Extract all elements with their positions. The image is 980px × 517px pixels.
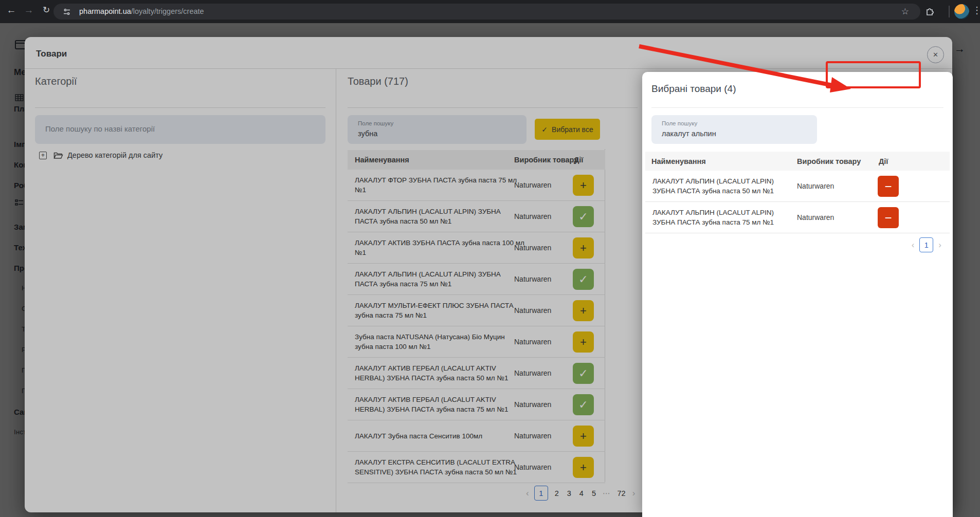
selected-table-header: Найменування Виробник товару Дії [645, 152, 950, 171]
highlight-annotation-box [826, 61, 921, 88]
table-row: ЛАКАЛУТ АЛЬПИН (LACALUT ALPIN) ЗУБНА ПАС… [645, 202, 950, 233]
selected-title: Вибрані товари (4) [651, 83, 736, 95]
selected-search-input[interactable]: Поле пошуку лакалут альпин [651, 115, 817, 144]
url-text: pharmapoint.ua/loyalty/triggers/create [79, 7, 204, 15]
back-icon[interactable]: ← [4, 5, 19, 16]
url-host: pharmapoint.ua [79, 7, 131, 15]
remove-product-button[interactable]: − [878, 207, 899, 228]
url-path: /loyalty/triggers/create [131, 7, 204, 15]
product-vendor: Naturwaren [797, 213, 834, 221]
address-bar[interactable]: pharmapoint.ua/loyalty/triggers/create ☆ [53, 4, 920, 20]
column-name: Найменування [651, 157, 706, 165]
product-name: ЛАКАЛУТ АЛЬПИН (LACALUT ALPIN) ЗУБНА ПАС… [652, 176, 792, 196]
selected-products-panel: Вибрані товари (4) Зберегти список Поле … [642, 72, 953, 517]
product-name: ЛАКАЛУТ АЛЬПИН (LACALUT ALPIN) ЗУБНА ПАС… [652, 208, 792, 227]
screen: ← → ↻ pharmapoint.ua/loyalty/triggers/cr… [0, 0, 980, 517]
profile-avatar[interactable] [954, 4, 969, 19]
reload-icon[interactable]: ↻ [39, 5, 53, 15]
divider [651, 107, 943, 108]
search-label: Поле пошуку [662, 120, 697, 126]
browser-toolbar: ← → ↻ pharmapoint.ua/loyalty/triggers/cr… [0, 0, 980, 23]
selected-pagination: ‹1› [912, 237, 941, 252]
remove-product-button[interactable]: − [878, 176, 899, 197]
selected-search-value: лакалут альпин [662, 130, 716, 138]
selected-table: ЛАКАЛУТ АЛЬПИН (LACALUT ALPIN) ЗУБНА ПАС… [645, 171, 950, 233]
pagination-next-icon[interactable]: › [938, 240, 941, 250]
bookmark-star-icon[interactable]: ☆ [901, 6, 909, 17]
site-info-icon[interactable] [63, 8, 71, 16]
browser-menu-icon[interactable]: ⋮ [972, 5, 980, 16]
product-vendor: Naturwaren [797, 182, 834, 190]
column-actions: Дії [879, 157, 888, 165]
app-page: Me Пла Імп Кон Роб Зам Тех Про Н С Т Р П… [0, 23, 980, 517]
table-row: ЛАКАЛУТ АЛЬПИН (LACALUT ALPIN) ЗУБНА ПАС… [645, 171, 950, 202]
pagination-prev-icon[interactable]: ‹ [912, 240, 915, 250]
forward-icon[interactable]: → [22, 5, 36, 16]
pagination-page[interactable]: 1 [919, 237, 933, 252]
extensions-icon[interactable] [924, 6, 935, 16]
toolbar-separator [949, 6, 950, 17]
column-vendor: Виробник товару [797, 157, 861, 165]
